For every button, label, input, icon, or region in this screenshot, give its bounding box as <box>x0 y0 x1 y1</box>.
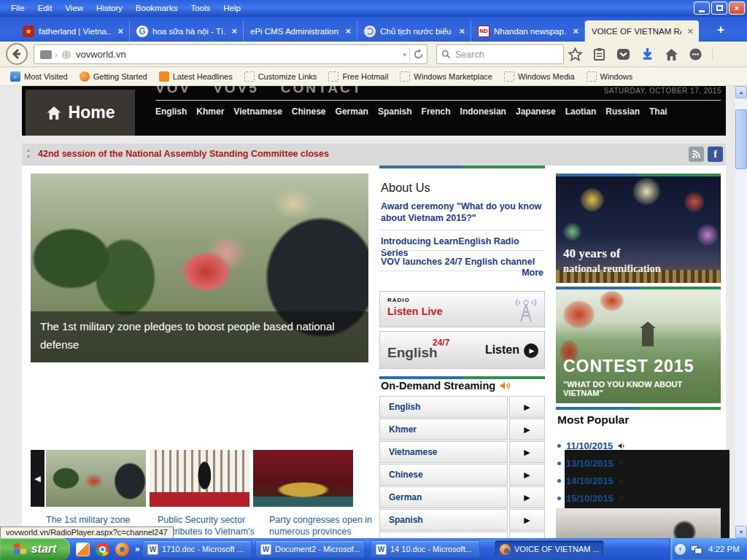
popular-item[interactable]: 14/10/2015 <box>557 472 627 489</box>
page-proxy-icon[interactable] <box>40 50 52 59</box>
play-arrow-icon[interactable]: ▶ <box>509 486 545 508</box>
popular-item[interactable]: 11/10/2015 <box>557 437 627 454</box>
bookmark-free-hotmail[interactable]: Free Hotmail <box>324 71 392 82</box>
chat-button[interactable] <box>688 47 703 62</box>
lang-indonesian[interactable]: Indonesian <box>460 106 506 117</box>
bookmark-windows-media[interactable]: Windows Media <box>500 71 579 82</box>
carousel-thumb-3[interactable] <box>253 450 353 507</box>
main-story-caption[interactable]: The 1st military zone pledges to boost p… <box>31 311 368 362</box>
network-icon[interactable] <box>690 544 703 555</box>
lang-khmer[interactable]: Khmer <box>196 106 224 117</box>
close-button[interactable]: × <box>729 1 745 15</box>
tab-close-icon[interactable]: × <box>457 26 466 36</box>
play-arrow-icon[interactable]: ▶ <box>509 464 545 486</box>
reload-icon[interactable] <box>413 49 424 60</box>
menu-bookmarks[interactable]: Bookmarks <box>129 0 185 17</box>
back-button[interactable] <box>6 43 28 65</box>
quicklaunch-expand-icon[interactable]: » <box>135 544 140 554</box>
tab-vov-active[interactable]: VOICE OF VIETNAM RA... × <box>585 20 699 42</box>
ondemand-row-french[interactable]: French▶ <box>379 532 545 538</box>
downloads-button[interactable] <box>640 47 654 62</box>
play-arrow-icon[interactable]: ▶ <box>509 441 545 463</box>
tab-close-icon[interactable]: × <box>344 26 352 36</box>
scroll-down-button[interactable]: ▼ <box>735 526 747 538</box>
rss-feed-button[interactable] <box>689 147 704 162</box>
menu-history[interactable]: History <box>90 0 129 17</box>
bookmark-windows[interactable]: Windows <box>582 71 638 82</box>
ondemand-row-khmer[interactable]: Khmer▶ <box>379 419 545 440</box>
popular-item[interactable]: 13/10/2015 <box>557 454 627 472</box>
menu-edit[interactable]: Edit <box>31 0 59 17</box>
bookmark-star-button[interactable] <box>568 47 582 62</box>
header-link-contact[interactable]: CONTACT <box>281 86 363 96</box>
minimize-button[interactable] <box>694 1 710 15</box>
ondemand-row-english[interactable]: English▶ <box>379 396 545 418</box>
lang-chinese[interactable]: Chinese <box>292 106 326 117</box>
new-tab-button[interactable]: + <box>711 23 730 37</box>
lang-english[interactable]: English <box>155 106 187 117</box>
menu-file[interactable]: File <box>4 0 31 17</box>
menu-view[interactable]: View <box>58 0 90 17</box>
url-text[interactable]: vovworld.vn <box>76 49 403 60</box>
banner-contest-2015[interactable]: CONTEST 2015 "WHAT DO YOU KNOW ABOUT VIE… <box>556 289 721 403</box>
bookmark-windows-marketplace[interactable]: Windows Marketplace <box>395 71 497 82</box>
play-button[interactable]: ▶ <box>524 343 538 358</box>
tab-google-search[interactable]: G hoa sữa hà nội - Tì... × <box>130 20 244 42</box>
taskbar-window-1410doc[interactable]: W 14 10.doc - Microsoft... <box>371 540 480 558</box>
bookmark-most-visited[interactable]: ⌕Most Visited <box>6 71 72 82</box>
lang-german[interactable]: German <box>336 106 368 117</box>
ticker-headline[interactable]: 42nd session of the National Assembly St… <box>38 149 329 159</box>
ondemand-row-spanish[interactable]: Spanish▶ <box>379 509 545 531</box>
about-more-link[interactable]: More <box>522 268 543 278</box>
carousel-prev-button[interactable]: ◀ <box>31 450 44 507</box>
lang-laotian[interactable]: Laotian <box>565 106 597 117</box>
library-button[interactable] <box>592 47 606 62</box>
taskbar-window-vov-active[interactable]: VOICE OF VIETNAM ... <box>495 540 604 558</box>
maximize-button[interactable] <box>711 1 727 15</box>
taskbar-window-document2[interactable]: W Document2 - Microsof... <box>255 540 365 558</box>
carousel-thumb-2[interactable] <box>150 450 249 507</box>
about-link-1[interactable]: Award ceremony "What do you know about V… <box>381 201 543 224</box>
ondemand-row-chinese[interactable]: Chinese▶ <box>379 464 545 486</box>
lang-spanish[interactable]: Spanish <box>378 106 412 117</box>
ticker-up-icon[interactable]: ▲ <box>26 147 31 154</box>
pocket-button[interactable] <box>616 47 630 62</box>
tray-collapse-button[interactable]: ‹ <box>675 544 686 555</box>
tab-epi-cms[interactable]: ePi CMS Administration ... × <box>244 20 357 42</box>
start-button[interactable]: start <box>0 538 70 560</box>
tab-close-icon[interactable]: × <box>686 26 694 36</box>
sidebar-image[interactable] <box>556 508 721 538</box>
bookmark-latest-headlines[interactable]: Latest Headlines <box>155 71 237 82</box>
chrome-icon[interactable] <box>96 542 109 556</box>
firefox-icon[interactable] <box>115 542 129 556</box>
tab-fatherland[interactable]: ★ fatherland | Vietna... × <box>16 20 130 42</box>
ondemand-row-german[interactable]: German▶ <box>379 486 545 508</box>
popular-item[interactable]: 15/10/2015 <box>557 489 627 507</box>
ondemand-row-vietnamese[interactable]: Vietnamese▶ <box>379 441 545 463</box>
vertical-scrollbar[interactable]: ▲ ▼ <box>735 86 747 538</box>
about-link-3[interactable]: VOV launches 24/7 English channel <box>381 256 543 268</box>
banner-40-years[interactable]: 40 years of national reunification <box>556 176 721 283</box>
taskbar-window-1710doc[interactable]: W 1710.doc - Microsoft ... <box>142 540 252 558</box>
search-bar[interactable]: Search <box>436 44 564 64</box>
lang-vietnamese[interactable]: Vietnamese <box>233 106 282 117</box>
thumb-caption-3[interactable]: Party congresses open in numerous provin… <box>269 514 376 538</box>
thumb-caption-2[interactable]: Public Security sector contributes to Vi… <box>158 514 264 538</box>
scroll-up-button[interactable]: ▲ <box>735 86 747 98</box>
lang-french[interactable]: French <box>422 106 451 117</box>
ticker-down-icon[interactable]: ▼ <box>26 154 31 160</box>
bookmark-customize-links[interactable]: Customize Links <box>240 71 322 82</box>
lang-japanese[interactable]: Japanese <box>516 106 556 117</box>
home-nav-button[interactable]: Home <box>26 90 135 136</box>
tab-close-icon[interactable]: × <box>230 26 239 36</box>
play-arrow-icon[interactable]: ▶ <box>509 509 545 531</box>
header-link-vov5[interactable]: VOV5 <box>213 86 259 96</box>
main-story-image[interactable]: The 1st military zone pledges to boost p… <box>31 174 368 362</box>
bookmark-getting-started[interactable]: Getting Started <box>75 71 152 82</box>
tab-chu-tich-nuoc[interactable]: Chủ tịch nước biểu ... × <box>357 20 471 42</box>
url-bar[interactable]: › vovworld.vn ▾ <box>34 44 427 64</box>
carousel-thumb-1[interactable] <box>46 450 146 507</box>
menu-hamburger-button[interactable] <box>722 47 735 62</box>
menu-help[interactable]: Help <box>217 0 247 17</box>
tab-nhandan[interactable]: ND Nhandan newspap... × <box>471 20 585 42</box>
